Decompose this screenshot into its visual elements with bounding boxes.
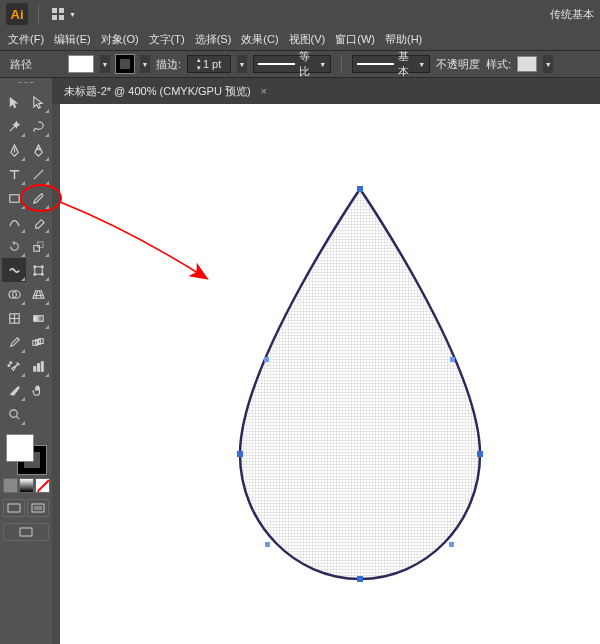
svg-rect-25	[8, 504, 20, 512]
style-label[interactable]: 样式:	[486, 57, 511, 72]
svg-rect-28	[20, 528, 32, 536]
anchor-point[interactable]	[357, 186, 363, 192]
mesh-tool[interactable]	[2, 306, 26, 330]
menu-effect[interactable]: 效果(C)	[237, 30, 282, 49]
type-tool[interactable]	[2, 162, 26, 186]
stroke-weight-dropdown-icon[interactable]: ▼	[237, 55, 247, 73]
menu-edit[interactable]: 编辑(E)	[50, 30, 95, 49]
svg-point-19	[9, 361, 11, 363]
svg-rect-15	[33, 315, 42, 321]
close-tab-icon[interactable]: ×	[261, 85, 267, 97]
svg-rect-0	[52, 8, 57, 13]
artwork-drop-shape[interactable]	[60, 104, 600, 644]
anchor-point[interactable]	[237, 451, 243, 457]
svg-rect-3	[59, 15, 64, 20]
scale-tool[interactable]	[26, 234, 50, 258]
color-mode-none[interactable]	[35, 478, 50, 493]
menu-bar: 文件(F) 编辑(E) 对象(O) 文字(T) 选择(S) 效果(C) 视图(V…	[0, 28, 600, 50]
eyedropper-tool[interactable]	[2, 330, 26, 354]
perspective-grid-tool[interactable]	[26, 282, 50, 306]
layout-switcher-icon[interactable]	[49, 5, 67, 23]
title-bar: Ai ▼ 传统基本	[0, 0, 600, 28]
selection-type-label: 路径	[10, 57, 32, 72]
fill-stroke-indicator[interactable]	[4, 432, 48, 476]
menu-type[interactable]: 文字(T)	[145, 30, 189, 49]
fill-dropdown-icon[interactable]: ▼	[100, 55, 110, 73]
stroke-label: 描边:	[156, 57, 181, 72]
svg-point-9	[41, 265, 43, 267]
width-tool[interactable]	[2, 258, 26, 282]
svg-rect-6	[37, 241, 43, 247]
free-transform-tool[interactable]	[26, 258, 50, 282]
svg-rect-1	[59, 8, 64, 13]
shaper-tool[interactable]	[2, 210, 26, 234]
empty-tool	[26, 402, 50, 426]
color-mode-solid[interactable]	[3, 478, 18, 493]
lasso-tool[interactable]	[26, 114, 50, 138]
svg-rect-5	[33, 245, 39, 251]
column-graph-tool[interactable]	[26, 354, 50, 378]
stroke-dropdown-icon[interactable]: ▼	[140, 55, 150, 73]
color-mode-gradient[interactable]	[19, 478, 34, 493]
svg-rect-21	[33, 366, 35, 371]
workspace-name[interactable]: 传统基本	[550, 7, 594, 22]
line-tool[interactable]	[26, 162, 50, 186]
menu-file[interactable]: 文件(F)	[4, 30, 48, 49]
screen-mode-2[interactable]	[3, 523, 49, 541]
opacity-label[interactable]: 不透明度	[436, 57, 480, 72]
symbol-sprayer-tool[interactable]	[2, 354, 26, 378]
anchor-point[interactable]	[265, 542, 270, 547]
app-logo: Ai	[6, 3, 28, 25]
svg-rect-27	[34, 506, 42, 510]
svg-rect-4	[9, 194, 18, 202]
gradient-tool[interactable]	[26, 306, 50, 330]
eraser-tool[interactable]	[26, 210, 50, 234]
stroke-swatch[interactable]	[116, 55, 134, 73]
svg-rect-22	[37, 363, 39, 371]
svg-rect-2	[52, 15, 57, 20]
anchor-point[interactable]	[357, 576, 363, 582]
document-tab-title: 未标题-2* @ 400% (CMYK/GPU 预览)	[64, 84, 251, 99]
fill-color[interactable]	[6, 434, 34, 462]
width-profile-combo[interactable]: 等比 ▼	[253, 55, 331, 73]
hand-tool[interactable]	[26, 378, 50, 402]
zoom-tool[interactable]	[2, 402, 26, 426]
shape-builder-tool[interactable]	[2, 282, 26, 306]
menu-object[interactable]: 对象(O)	[97, 30, 143, 49]
style-dropdown-icon[interactable]: ▼	[543, 55, 553, 73]
stroke-weight-input[interactable]: ▴▾1 pt	[187, 55, 231, 73]
anchor-point[interactable]	[264, 357, 269, 362]
anchor-point[interactable]	[449, 542, 454, 547]
menu-select[interactable]: 选择(S)	[191, 30, 236, 49]
menu-window[interactable]: 窗口(W)	[331, 30, 379, 49]
selection-tool[interactable]	[2, 90, 26, 114]
screen-mode[interactable]	[27, 499, 49, 517]
curvature-tool[interactable]	[26, 138, 50, 162]
menu-view[interactable]: 视图(V)	[285, 30, 330, 49]
rotate-tool[interactable]	[2, 234, 26, 258]
fill-swatch[interactable]	[68, 55, 94, 73]
brush-combo[interactable]: 基本 ▼	[352, 55, 430, 73]
draw-mode[interactable]	[3, 499, 25, 517]
rectangle-tool[interactable]	[2, 186, 26, 210]
anchor-point[interactable]	[477, 451, 483, 457]
svg-rect-7	[34, 266, 42, 274]
toolbox	[0, 78, 52, 644]
paintbrush-tool[interactable]	[26, 186, 50, 210]
svg-point-20	[7, 364, 9, 366]
blend-tool[interactable]	[26, 330, 50, 354]
canvas[interactable]	[60, 104, 600, 644]
magic-wand-tool[interactable]	[2, 114, 26, 138]
svg-point-8	[33, 265, 35, 267]
menu-help[interactable]: 帮助(H)	[381, 30, 426, 49]
anchor-point[interactable]	[450, 357, 455, 362]
svg-rect-23	[41, 361, 43, 370]
document-tab[interactable]: 未标题-2* @ 400% (CMYK/GPU 预览) ×	[52, 78, 600, 104]
direct-selection-tool[interactable]	[26, 90, 50, 114]
style-swatch[interactable]	[517, 56, 537, 72]
pen-tool[interactable]	[2, 138, 26, 162]
slice-tool[interactable]	[2, 378, 26, 402]
svg-point-11	[41, 273, 43, 275]
dropdown-icon[interactable]: ▼	[69, 11, 76, 18]
svg-point-24	[9, 409, 17, 417]
